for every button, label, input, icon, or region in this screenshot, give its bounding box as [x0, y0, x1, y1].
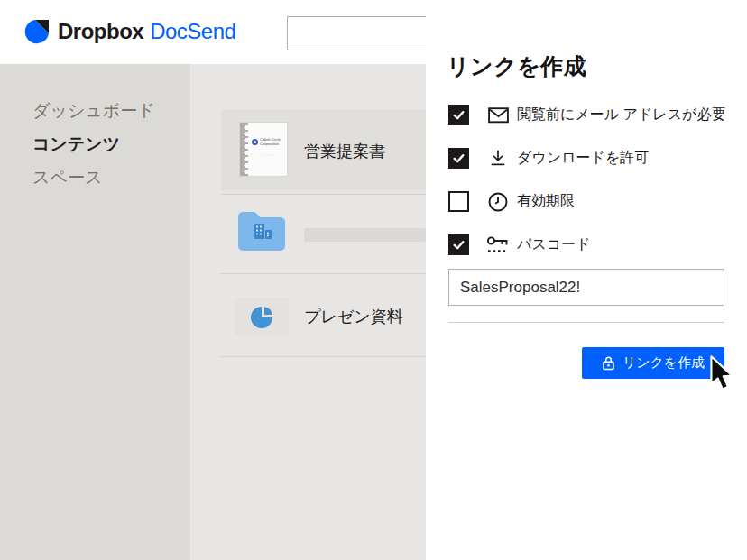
docsend-logo-icon: [24, 19, 50, 44]
option-allow-download: ダウンロードを許可: [448, 147, 725, 170]
list-divider: [221, 356, 426, 357]
cobalt-circle-logo-icon: [252, 139, 258, 145]
clock-icon: [485, 191, 511, 213]
key-icon: [485, 234, 511, 255]
panel-divider: [448, 322, 724, 323]
thumb-caption: ·····: [252, 153, 285, 158]
link-options: 閲覧前にメール アドレスが必要 ダウンロードを許可: [448, 104, 725, 277]
create-link-panel: リンクを作成 閲覧前にメール アドレスが必要: [426, 0, 747, 560]
expiration-label[interactable]: 有効期限: [517, 192, 575, 211]
app-root: Dropbox DocSend ダッシュボード コンテンツ スペース: [0, 0, 747, 560]
allow-download-label[interactable]: ダウンロードを許可: [517, 149, 649, 168]
sidebar-item-dashboard[interactable]: ダッシュボード: [32, 94, 190, 127]
download-icon: [485, 148, 511, 169]
list-divider: [221, 194, 426, 195]
option-require-email: 閲覧前にメール アドレスが必要: [448, 104, 725, 126]
document-thumb-content: Cobalt Circle Corporation ·····: [252, 137, 285, 158]
document-thumbnail: Cobalt Circle Corporation ·····: [239, 122, 288, 177]
brand-logo[interactable]: Dropbox DocSend: [24, 19, 235, 44]
folder-title-placeholder: [304, 228, 426, 242]
option-expiration: 有効期限: [448, 190, 725, 213]
sidebar: ダッシュボード コンテンツ スペース: [0, 64, 190, 560]
content-list: Cobalt Circle Corporation ····· 営業提案書: [190, 64, 426, 560]
presentation-title[interactable]: プレゼン資料: [304, 306, 403, 327]
require-email-checkbox[interactable]: [448, 105, 469, 125]
thumb-brand-line2: Corporation: [260, 142, 281, 146]
check-icon: [452, 108, 466, 122]
option-passcode: パスコード: [448, 234, 725, 256]
sidebar-item-content[interactable]: コンテンツ: [32, 127, 190, 161]
allow-download-checkbox[interactable]: [448, 148, 469, 169]
document-spiral-edge: [240, 123, 248, 176]
passcode-input[interactable]: [448, 269, 724, 306]
create-link-button-label: リンクを作成: [622, 354, 705, 372]
lock-icon: [602, 355, 615, 371]
folder-icon[interactable]: [236, 207, 287, 260]
check-icon: [452, 238, 466, 252]
passcode-checkbox[interactable]: [448, 234, 469, 255]
create-link-button[interactable]: リンクを作成: [582, 347, 724, 379]
list-divider: [221, 273, 426, 274]
presentation-thumbnail[interactable]: [235, 298, 289, 336]
document-title[interactable]: 営業提案書: [304, 141, 385, 162]
brand-docsend-text: DocSend: [150, 19, 235, 44]
require-email-label[interactable]: 閲覧前にメール アドレスが必要: [517, 106, 725, 124]
expiration-checkbox[interactable]: [448, 191, 469, 212]
brand-dropbox-text: Dropbox: [58, 19, 143, 44]
panel-title: リンクを作成: [447, 51, 586, 81]
passcode-label[interactable]: パスコード: [517, 235, 591, 254]
sidebar-list: ダッシュボード コンテンツ スペース: [0, 64, 190, 194]
mail-icon: [485, 106, 511, 124]
pie-chart-icon: [249, 305, 274, 330]
sidebar-item-spaces[interactable]: スペース: [32, 161, 190, 194]
check-icon: [452, 151, 466, 165]
